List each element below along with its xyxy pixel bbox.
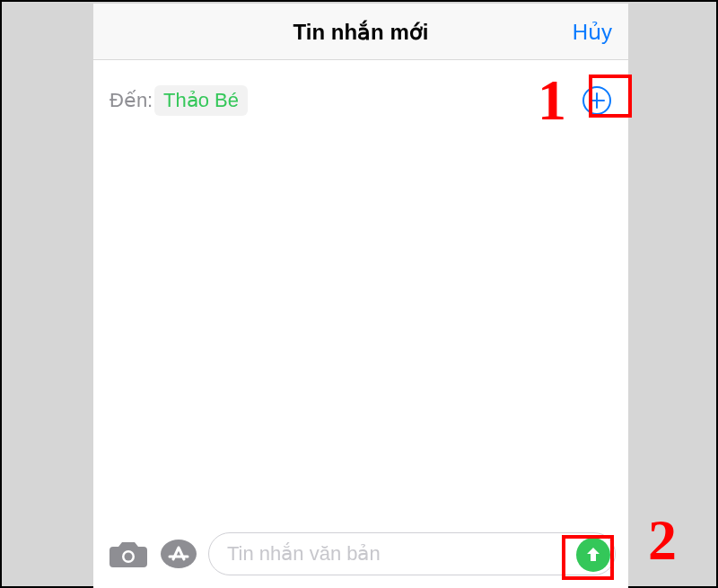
arrow-up-icon bbox=[583, 545, 603, 565]
camera-button[interactable] bbox=[108, 538, 149, 570]
annotation-number-2: 2 bbox=[648, 512, 677, 569]
camera-icon bbox=[108, 538, 149, 570]
nav-bar: Tin nhắn mới Hủy bbox=[93, 4, 628, 60]
message-input[interactable]: Tin nhắn văn bản bbox=[208, 532, 616, 575]
send-button[interactable] bbox=[576, 538, 610, 572]
apps-button[interactable] bbox=[158, 538, 199, 570]
page-title: Tin nhắn mới bbox=[93, 20, 628, 45]
message-placeholder: Tin nhắn văn bản bbox=[227, 542, 381, 566]
svg-point-5 bbox=[161, 540, 197, 568]
recipient-pill[interactable]: Thảo Bé bbox=[154, 85, 248, 116]
plus-circle-icon bbox=[582, 85, 612, 116]
svg-point-4 bbox=[125, 553, 133, 561]
message-thread bbox=[93, 122, 628, 518]
add-contact-button[interactable] bbox=[582, 85, 612, 116]
compose-bar: Tin nhắn văn bản bbox=[93, 518, 628, 588]
screenshot-frame: Tin nhắn mới Hủy Đến: Thảo Bé bbox=[0, 0, 718, 588]
app-store-icon bbox=[158, 538, 199, 570]
recipient-row: Đến: Thảo Bé bbox=[93, 60, 628, 123]
cancel-button[interactable]: Hủy bbox=[573, 20, 612, 45]
to-label: Đến: bbox=[109, 89, 153, 112]
phone-screen: Tin nhắn mới Hủy Đến: Thảo Bé bbox=[93, 4, 628, 588]
